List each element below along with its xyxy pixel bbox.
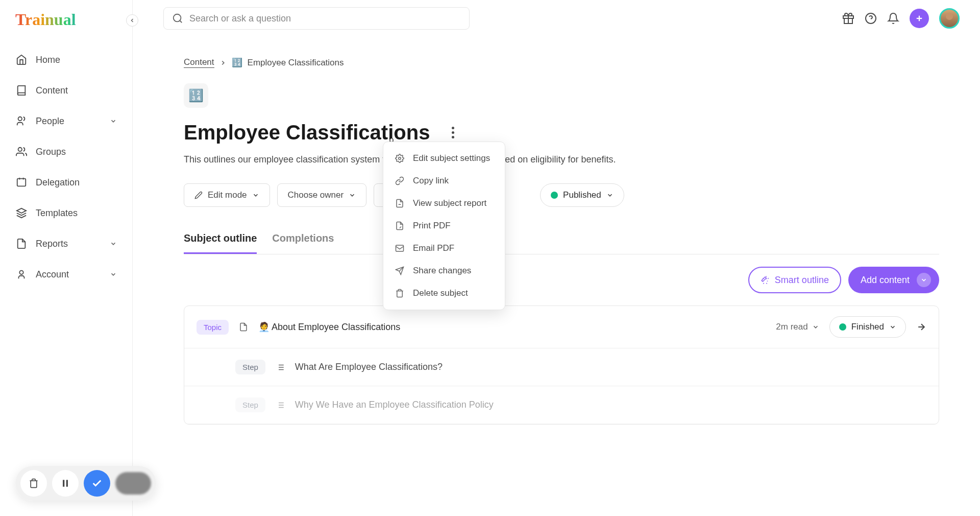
recording-pause-button[interactable]: [52, 470, 79, 497]
status-dot: [551, 192, 558, 199]
add-button[interactable]: [910, 9, 929, 28]
people-icon: [15, 115, 28, 127]
dropdown-view-report[interactable]: View subject report: [383, 192, 505, 215]
sidebar-item-groups[interactable]: Groups: [10, 136, 122, 167]
send-icon: [395, 266, 405, 276]
document-icon: [239, 322, 248, 332]
dropdown-label: Copy link: [413, 176, 449, 186]
chevron-down-icon: [920, 276, 927, 284]
svg-point-1: [18, 148, 22, 151]
choose-owner-button[interactable]: Choose owner: [277, 183, 367, 207]
dropdown-label: Email PDF: [413, 243, 454, 253]
published-status[interactable]: Published: [540, 183, 624, 207]
button-label: Choose owner: [288, 190, 344, 200]
recording-delete-button[interactable]: [20, 470, 47, 497]
svg-rect-17: [396, 245, 404, 251]
bell-icon[interactable]: [887, 12, 899, 25]
reports-icon: [15, 238, 28, 250]
svg-rect-2: [17, 179, 26, 186]
action-row: Edit mode Choose owner Shar Published: [184, 183, 939, 207]
nav-label: Home: [36, 55, 60, 65]
tabs: Subject outline Completions: [184, 227, 939, 254]
nav-label: People: [36, 116, 64, 127]
avatar[interactable]: [939, 8, 960, 29]
sidebar-item-home[interactable]: Home: [10, 44, 122, 75]
chevron-left-icon: [129, 17, 135, 24]
edit-mode-button[interactable]: Edit mode: [184, 183, 270, 207]
dropdown-edit-settings[interactable]: Edit subject settings: [383, 147, 505, 170]
breadcrumb-root[interactable]: Content: [184, 57, 214, 68]
chevron-down-icon: [252, 192, 259, 199]
logo[interactable]: Trainual: [0, 0, 132, 44]
sidebar-item-delegation[interactable]: Delegation: [10, 167, 122, 198]
dropdown-label: Print PDF: [413, 221, 451, 231]
dropdown-label: Delete subject: [413, 288, 468, 298]
svg-point-7: [174, 14, 181, 22]
chevron-down-icon: [110, 240, 117, 247]
step-row[interactable]: Step Why We Have an Employee Classificat…: [184, 386, 939, 424]
collapse-sidebar-button[interactable]: [126, 14, 138, 27]
status-dot: [839, 323, 846, 331]
pause-icon: [60, 478, 70, 488]
tab-completions[interactable]: Completions: [272, 227, 334, 254]
chevron-down-icon: [812, 323, 819, 331]
trash-icon: [29, 478, 39, 488]
smart-outline-button[interactable]: Smart outline: [748, 267, 841, 293]
svg-point-6: [19, 271, 23, 274]
sub-actions: Smart outline Add content: [184, 267, 939, 293]
mail-icon: [395, 243, 405, 253]
gift-icon[interactable]: [842, 12, 854, 25]
chevron-wrap: [917, 273, 931, 287]
search-input[interactable]: [189, 13, 461, 24]
topic-title: 🧑‍💼 About Employee Classifications: [258, 321, 766, 333]
sidebar-item-people[interactable]: People: [10, 106, 122, 136]
tab-subject-outline[interactable]: Subject outline: [184, 227, 257, 254]
home-icon: [15, 54, 28, 66]
arrow-right-icon[interactable]: [916, 322, 926, 332]
sidebar-item-templates[interactable]: Templates: [10, 198, 122, 228]
report-icon: [395, 198, 405, 208]
dropdown-label: View subject report: [413, 198, 486, 208]
button-label: Add content: [861, 275, 910, 286]
more-dropdown: Edit subject settings Copy link View sub…: [383, 142, 505, 310]
chevron-down-icon: [889, 323, 896, 331]
add-content-button[interactable]: Add content: [848, 267, 939, 293]
dropdown-delete-subject[interactable]: Delete subject: [383, 282, 505, 304]
account-icon: [15, 268, 28, 280]
nav-label: Delegation: [36, 177, 80, 188]
svg-point-15: [399, 157, 401, 160]
step-row[interactable]: Step What Are Employee Classifications?: [184, 348, 939, 386]
nav-label: Reports: [36, 239, 68, 249]
books-icon: [15, 84, 28, 97]
recording-confirm-button[interactable]: [84, 470, 110, 497]
main-content: Content 🔢 Employee Classifications 🔢 Emp…: [133, 0, 980, 516]
read-time[interactable]: 2m read: [776, 322, 819, 332]
search-wrapper[interactable]: [163, 7, 470, 30]
dropdown-print-pdf[interactable]: Print PDF: [383, 215, 505, 237]
sidebar-item-content[interactable]: Content: [10, 75, 122, 106]
finished-status[interactable]: Finished: [829, 316, 906, 338]
search-icon: [172, 13, 183, 24]
topic-row[interactable]: Topic 🧑‍💼 About Employee Classifications…: [184, 306, 939, 348]
dropdown-share-changes[interactable]: Share changes: [383, 260, 505, 282]
groups-icon: [15, 146, 28, 158]
check-icon: [91, 478, 103, 489]
sidebar-item-reports[interactable]: Reports: [10, 228, 122, 259]
nav-label: Content: [36, 85, 68, 96]
breadcrumb: Content 🔢 Employee Classifications: [184, 57, 939, 68]
more-menu-button[interactable]: [445, 125, 460, 140]
status-label: Finished: [851, 322, 884, 332]
subject-emoji[interactable]: 🔢: [184, 83, 208, 108]
help-icon[interactable]: [865, 12, 877, 25]
delegation-icon: [15, 176, 28, 189]
breadcrumb-current: Employee Classifications: [248, 58, 344, 68]
wand-icon: [761, 275, 770, 285]
sidebar-item-account[interactable]: Account: [10, 259, 122, 290]
dropdown-email-pdf[interactable]: Email PDF: [383, 237, 505, 260]
nav-list: Home Content People Groups Delegation: [0, 44, 132, 290]
pencil-icon: [194, 191, 203, 199]
step-badge: Step: [235, 397, 265, 412]
content-area: Content 🔢 Employee Classifications 🔢 Emp…: [133, 37, 980, 516]
dropdown-copy-link[interactable]: Copy link: [383, 170, 505, 192]
status-label: Published: [563, 190, 601, 200]
